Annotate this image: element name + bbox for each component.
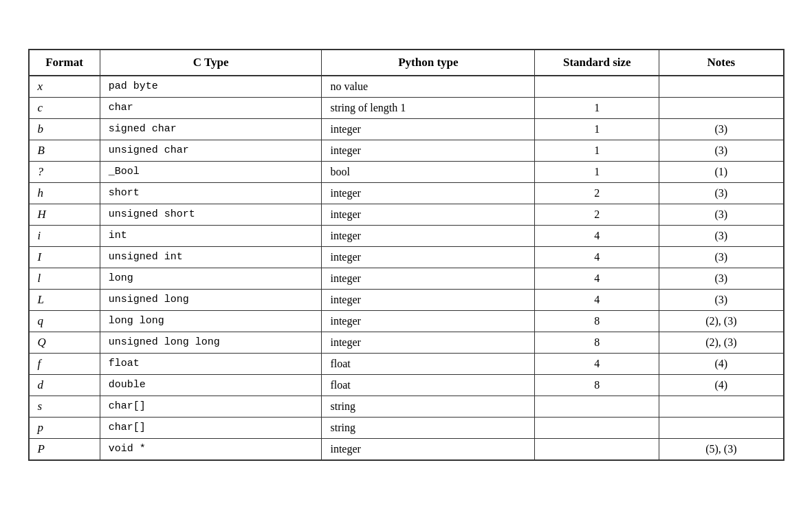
table-row: ccharstring of length 11	[29, 97, 784, 118]
table-row: Iunsigned intinteger4(3)	[29, 246, 784, 268]
cell-size	[535, 76, 659, 98]
cell-python: bool	[322, 161, 535, 182]
cell-ctype: short	[100, 182, 322, 204]
cell-python: string	[322, 417, 535, 438]
cell-ctype: unsigned long long	[100, 332, 322, 353]
cell-ctype: char[]	[100, 396, 322, 417]
cell-size: 8	[535, 374, 659, 396]
cell-python: integer	[322, 225, 535, 246]
col-header-size: Standard size	[535, 50, 659, 76]
table-row: schar[]string	[29, 396, 784, 417]
cell-ctype: unsigned short	[100, 204, 322, 225]
cell-python: no value	[322, 76, 535, 98]
cell-format: s	[29, 396, 100, 417]
table-row: ddoublefloat8(4)	[29, 374, 784, 396]
cell-size	[535, 396, 659, 417]
table-header-row: Format C Type Python type Standard size …	[29, 50, 784, 76]
cell-notes: (1)	[659, 161, 784, 182]
cell-format: x	[29, 76, 100, 98]
table-row: Qunsigned long longinteger8(2), (3)	[29, 332, 784, 353]
cell-ctype: unsigned long	[100, 289, 322, 310]
cell-ctype: signed char	[100, 118, 322, 140]
cell-python: float	[322, 374, 535, 396]
col-header-notes: Notes	[659, 50, 784, 76]
cell-format: P	[29, 438, 100, 460]
cell-notes: (4)	[659, 353, 784, 374]
cell-notes	[659, 76, 784, 98]
cell-format: h	[29, 182, 100, 204]
table-row: Pvoid *integer(5), (3)	[29, 438, 784, 460]
table-row: bsigned charinteger1(3)	[29, 118, 784, 140]
cell-format: H	[29, 204, 100, 225]
table-row: qlong longinteger8(2), (3)	[29, 310, 784, 332]
col-header-ctype: C Type	[100, 50, 322, 76]
cell-ctype: int	[100, 225, 322, 246]
cell-size: 4	[535, 289, 659, 310]
cell-ctype: unsigned int	[100, 246, 322, 268]
cell-notes: (3)	[659, 204, 784, 225]
col-header-python: Python type	[322, 50, 535, 76]
cell-format: l	[29, 268, 100, 289]
table-row: iintinteger4(3)	[29, 225, 784, 246]
table-row: Hunsigned shortinteger2(3)	[29, 204, 784, 225]
cell-notes: (3)	[659, 140, 784, 161]
cell-notes: (5), (3)	[659, 438, 784, 460]
cell-python: integer	[322, 204, 535, 225]
cell-ctype: long long	[100, 310, 322, 332]
cell-ctype: float	[100, 353, 322, 374]
cell-format: b	[29, 118, 100, 140]
cell-python: integer	[322, 182, 535, 204]
cell-format: Q	[29, 332, 100, 353]
cell-size: 4	[535, 353, 659, 374]
cell-ctype: void *	[100, 438, 322, 460]
table-row: ffloatfloat4(4)	[29, 353, 784, 374]
cell-python: float	[322, 353, 535, 374]
cell-notes: (2), (3)	[659, 332, 784, 353]
cell-python: integer	[322, 268, 535, 289]
cell-notes: (4)	[659, 374, 784, 396]
cell-notes: (3)	[659, 246, 784, 268]
cell-size	[535, 417, 659, 438]
cell-format: d	[29, 374, 100, 396]
cell-ctype: char	[100, 97, 322, 118]
cell-notes: (2), (3)	[659, 310, 784, 332]
cell-ctype: pad byte	[100, 76, 322, 98]
main-container: Format C Type Python type Standard size …	[28, 49, 784, 461]
cell-size: 1	[535, 97, 659, 118]
cell-size: 1	[535, 161, 659, 182]
cell-size: 1	[535, 140, 659, 161]
cell-ctype: char[]	[100, 417, 322, 438]
table-row: xpad byteno value	[29, 76, 784, 98]
cell-notes	[659, 417, 784, 438]
table-row: ?_Boolbool1(1)	[29, 161, 784, 182]
cell-format: I	[29, 246, 100, 268]
cell-size: 4	[535, 225, 659, 246]
cell-python: integer	[322, 332, 535, 353]
cell-notes: (3)	[659, 289, 784, 310]
cell-ctype: _Bool	[100, 161, 322, 182]
cell-python: integer	[322, 118, 535, 140]
table-row: pchar[]string	[29, 417, 784, 438]
cell-format: ?	[29, 161, 100, 182]
cell-size: 1	[535, 118, 659, 140]
cell-python: integer	[322, 310, 535, 332]
cell-notes	[659, 97, 784, 118]
cell-notes: (3)	[659, 182, 784, 204]
cell-python: integer	[322, 140, 535, 161]
cell-format: f	[29, 353, 100, 374]
cell-python: integer	[322, 246, 535, 268]
cell-notes: (3)	[659, 225, 784, 246]
cell-ctype: long	[100, 268, 322, 289]
cell-ctype: double	[100, 374, 322, 396]
cell-python: string of length 1	[322, 97, 535, 118]
cell-ctype: unsigned char	[100, 140, 322, 161]
cell-format: q	[29, 310, 100, 332]
struct-format-table: Format C Type Python type Standard size …	[28, 49, 784, 461]
cell-notes: (3)	[659, 118, 784, 140]
cell-format: i	[29, 225, 100, 246]
cell-size: 2	[535, 182, 659, 204]
cell-size: 4	[535, 268, 659, 289]
cell-size: 4	[535, 246, 659, 268]
cell-size: 2	[535, 204, 659, 225]
cell-python: integer	[322, 438, 535, 460]
